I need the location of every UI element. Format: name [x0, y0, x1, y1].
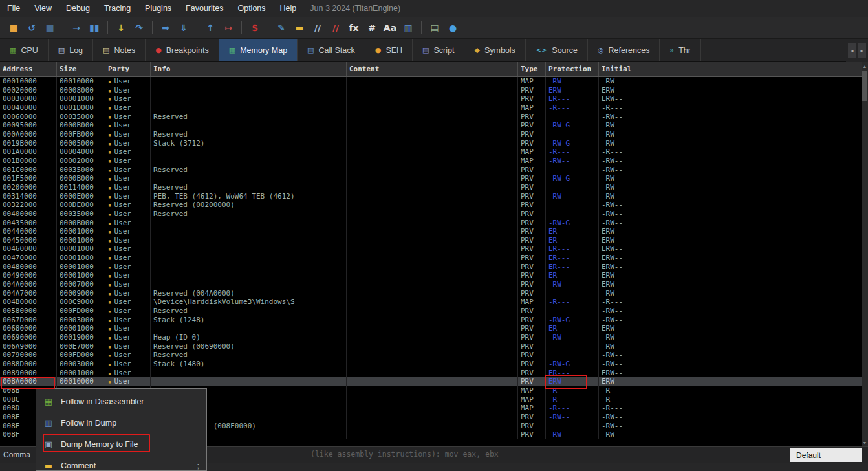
tab-call-stack[interactable]: ▤Call Stack — [298, 39, 365, 61]
tab-memory-map[interactable]: ▦Memory Map — [219, 39, 298, 61]
memory-row-00890000[interactable]: 0089000000001000▪UserPRVER---ERW-- — [0, 369, 862, 378]
tab-scroll-right-icon[interactable]: ▸ — [858, 43, 866, 58]
column-header-type[interactable]: Type — [518, 62, 546, 76]
label-slashes-icon[interactable]: // — [309, 19, 326, 36]
memory-row-0088d000[interactable]: 0088D00000003000▪UserStack (1480)PRV-RW-… — [0, 360, 862, 369]
memory-row-000a0000[interactable]: 000A0000000FB000▪UserReservedPRV-RW-- — [0, 130, 862, 139]
memory-row-001f5000[interactable]: 001F50000000B000▪UserPRV-RW-G-RW-- — [0, 174, 862, 183]
memory-row-004b0000[interactable]: 004B0000000C9000▪User\Device\HarddiskVol… — [0, 298, 862, 307]
function-fx-icon[interactable]: fx — [345, 19, 362, 36]
memory-row-0067d000[interactable]: 0067D00000003000▪UserStack (1248)PRV-RW-… — [0, 316, 862, 325]
context-menu-item-comment[interactable]: ▬Comment; — [36, 455, 206, 471]
menu-item-plugins[interactable]: Plugins — [138, 0, 179, 17]
memory-row-00040000[interactable]: 000400000001D000▪UserMAP-R----R--- — [0, 104, 862, 113]
menu-item-help[interactable]: Help — [273, 0, 304, 17]
open-file-icon[interactable]: ■ — [5, 19, 22, 36]
tab-seh[interactable]: ●SEH — [365, 39, 413, 61]
column-header-content[interactable]: Content — [347, 62, 518, 76]
menu-item-view[interactable]: View — [27, 0, 59, 17]
scrollbar-down-icon[interactable]: ▼ — [862, 439, 868, 446]
hash-icon[interactable]: # — [363, 19, 380, 36]
user-party-icon: ▪ — [108, 167, 111, 173]
memory-row-001b0000[interactable]: 001B000000002000▪UserMAP-RW---RW-- — [0, 157, 862, 166]
column-header-party[interactable]: Party — [105, 62, 151, 76]
memory-row-008a0000[interactable]: 008A000000010000▪UserPRVERW--ERW-- — [0, 377, 862, 386]
tab-cpu[interactable]: ▦CPU — [0, 39, 49, 61]
menu-item-options[interactable]: Options — [230, 0, 272, 17]
vertical-scrollbar[interactable]: ▲ ▼ — [862, 62, 868, 446]
memory-row-00200000[interactable]: 0020000000114000▪UserReservedPRV-RW-- — [0, 183, 862, 192]
memory-row-00020000[interactable]: 0002000000008000▪UserPRVERW--ERW-- — [0, 86, 862, 95]
restart-icon[interactable]: ↺ — [23, 19, 40, 36]
memory-row-00435000[interactable]: 004350000000B000▪UserPRV-RW-G-RW-- — [0, 219, 862, 228]
memory-row-00400000[interactable]: 0040000000035000▪UserReservedPRV-RW-- — [0, 210, 862, 219]
stop-icon[interactable]: ■ — [41, 19, 58, 36]
context-menu-item-follow-in-dump[interactable]: ▥Follow in Dump — [36, 412, 206, 433]
run-icon[interactable]: → — [68, 19, 85, 36]
memory-row-00450000[interactable]: 0045000000001000▪UserPRVER---ERW-- — [0, 236, 862, 245]
pause-icon[interactable]: ▮▮ — [86, 19, 103, 36]
step-over-icon[interactable]: ↷ — [131, 19, 147, 36]
memory-row-00470000[interactable]: 0047000000001000▪UserPRVER---ERW-- — [0, 254, 862, 263]
skip-next-icon[interactable]: ↦ — [220, 19, 237, 36]
tab-symbols[interactable]: ◆Symbols — [464, 39, 525, 61]
struct-icon[interactable]: ▥ — [400, 19, 417, 36]
style-profile-dropdown[interactable]: Default — [790, 448, 862, 462]
tab-references[interactable]: ◎References — [588, 39, 660, 61]
memory-row-00060000[interactable]: 0006000000035000▪UserReservedPRV-RW-- — [0, 113, 862, 122]
memory-row-00580000[interactable]: 00580000000FD000▪UserReservedPRV-RW-- — [0, 307, 862, 316]
memory-row-004a7000[interactable]: 004A700000009000▪UserReserved (004A0000)… — [0, 289, 862, 298]
tab-label: Symbols — [484, 46, 515, 55]
memory-row-006a9000[interactable]: 006A9000000E7000▪UserReserved (00690000)… — [0, 342, 862, 351]
memory-row-0019b000[interactable]: 0019B00000005000▪UserStack (3712)PRV-RW-… — [0, 139, 862, 148]
column-header-address[interactable]: Address — [0, 62, 57, 76]
memory-row-00490000[interactable]: 0049000000001000▪UserPRVER---ERW-- — [0, 271, 862, 280]
column-header-size[interactable]: Size — [57, 62, 105, 76]
tab-scroll-left-icon[interactable]: ◂ — [848, 43, 856, 58]
execute-till-return-icon[interactable]: ⇒ — [157, 19, 174, 36]
menu-item-tracing[interactable]: Tracing — [97, 0, 138, 17]
column-header-protection[interactable]: Protection — [546, 62, 599, 76]
memory-row-00314000[interactable]: 003140000000E000▪UserPEB, TEB (4612), Wo… — [0, 192, 862, 201]
menu-item-favourites[interactable]: Favourites — [179, 0, 230, 17]
memory-row-00680000[interactable]: 0068000000001000▪UserPRVER---ERW-- — [0, 324, 862, 333]
tab-thr[interactable]: »Thr — [660, 39, 700, 61]
memory-row-00480000[interactable]: 0048000000001000▪UserPRVER---ERW-- — [0, 263, 862, 272]
scrollbar-thumb[interactable] — [862, 71, 867, 101]
memory-row-001a0000[interactable]: 001A000000004000▪UserMAP-R----R--- — [0, 148, 862, 157]
context-menu-item-follow-in-disassembler[interactable]: ▦Follow in Disassembler — [36, 391, 206, 412]
memory-row-00460000[interactable]: 0046000000001000▪UserPRVER---ERW-- — [0, 245, 862, 254]
step-into-icon[interactable]: ↓ — [113, 19, 129, 36]
step-out-icon[interactable]: ↑ — [202, 19, 219, 36]
text-encoding-icon[interactable]: Aa — [382, 19, 398, 36]
tab-breakpoints[interactable]: ●Breakpoints — [146, 39, 219, 61]
memory-row-00690000[interactable]: 0069000000019000▪UserHeap (ID 0)PRV-RW--… — [0, 333, 862, 342]
context-menu-item-dump-memory-to-file[interactable]: ▣Dump Memory to File — [36, 433, 206, 455]
scrollbar-up-icon[interactable]: ▲ — [862, 62, 868, 70]
menu-item-shortcut: ; — [197, 461, 199, 470]
tab-source[interactable]: <>Source — [526, 39, 588, 61]
memory-row-00095000[interactable]: 000950000000B000▪UserPRV-RW-G-RW-- — [0, 121, 862, 130]
patch-icon[interactable]: ✎ — [273, 19, 290, 36]
memory-row-00322000[interactable]: 00322000000DE000▪UserReserved (00200000)… — [0, 201, 862, 210]
menu-item-file[interactable]: File — [0, 0, 27, 17]
tab-notes[interactable]: ▤Notes — [93, 39, 146, 61]
party-label: User — [114, 324, 131, 333]
column-header-info[interactable]: Info — [151, 62, 347, 76]
memory-row-00790000[interactable]: 00790000000FD000▪UserReservedPRV-RW-- — [0, 351, 862, 360]
comment-bubble-icon[interactable]: ▬ — [291, 19, 308, 36]
tab-script[interactable]: ▤Script — [413, 39, 464, 61]
run-to-user-code-icon[interactable]: ⇓ — [175, 19, 192, 36]
internet-globe-icon[interactable]: ● — [444, 19, 461, 36]
trace-list-icon[interactable]: ▤ — [426, 19, 443, 36]
bookmark-slashes-icon[interactable]: // — [327, 19, 344, 36]
menu-item-debug[interactable]: Debug — [59, 0, 97, 17]
memory-row-00440000[interactable]: 0044000000001000▪UserPRVER---ERW-- — [0, 227, 862, 236]
column-header-initial[interactable]: Initial — [599, 62, 666, 76]
memory-row-00010000[interactable]: 0001000000010000▪UserMAP-RW---RW-- — [0, 77, 862, 86]
memory-row-00030000[interactable]: 0003000000001000▪UserPRVER---ERW-- — [0, 94, 862, 104]
memory-row-004a0000[interactable]: 004A000000007000▪UserPRV-RW--ERW-- — [0, 280, 862, 289]
tab-log[interactable]: ▤Log — [49, 39, 93, 61]
memory-row-001c0000[interactable]: 001C000000035000▪UserReservedPRV-RW-- — [0, 166, 862, 175]
dollar-breakpoint-icon[interactable]: $ — [246, 19, 263, 36]
